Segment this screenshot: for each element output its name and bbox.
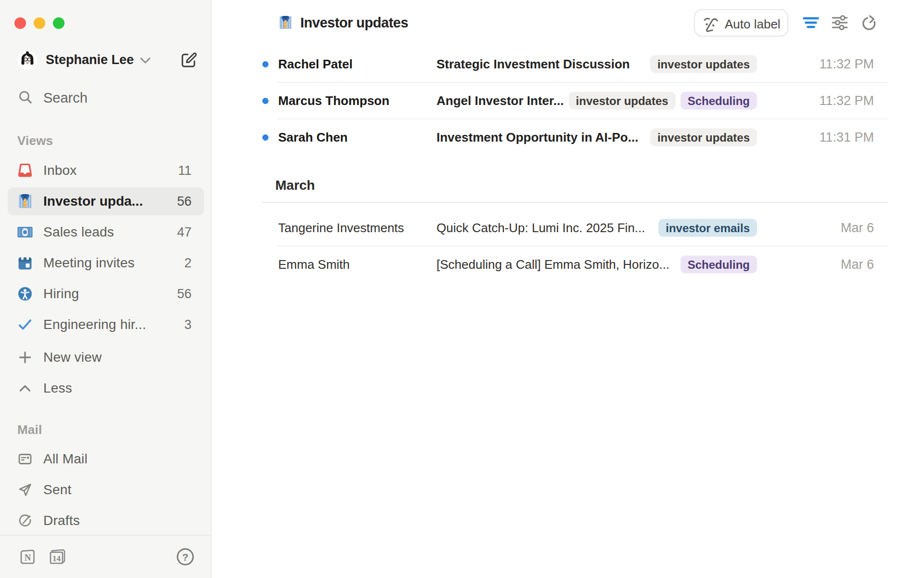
svg-text:N: N [25,552,31,563]
svg-text:?: ? [182,552,189,563]
svg-text:14: 14 [52,554,61,563]
